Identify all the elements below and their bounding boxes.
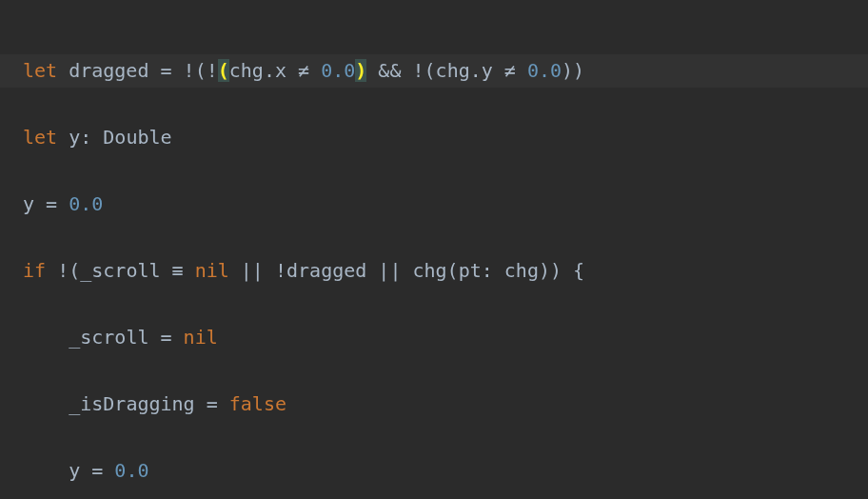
keyword-let: let [23,59,57,82]
code-line: y = 0.0 [23,188,868,221]
code-line: let dragged = !(!(chg.x ≠ 0.0) && !(chg.… [0,54,868,88]
code-line: y = 0.0 [23,454,868,488]
code-line: _scroll = nil [23,321,868,354]
code-line: _isDragging = false [23,388,868,421]
keyword-nil: nil [195,259,229,282]
code-line: if !(_scroll ≡ nil || !dragged || chg(pt… [23,254,868,288]
keyword-if: if [23,259,46,282]
keyword-nil: nil [184,326,218,349]
keyword-let: let [23,126,57,149]
bracket-match-close: ) [355,59,366,82]
bracket-match-open: ( [218,59,229,82]
code-editor[interactable]: let dragged = !(!(chg.x ≠ 0.0) && !(chg.… [0,0,868,499]
code-line: let y: Double [23,121,868,154]
keyword-false: false [229,392,286,415]
